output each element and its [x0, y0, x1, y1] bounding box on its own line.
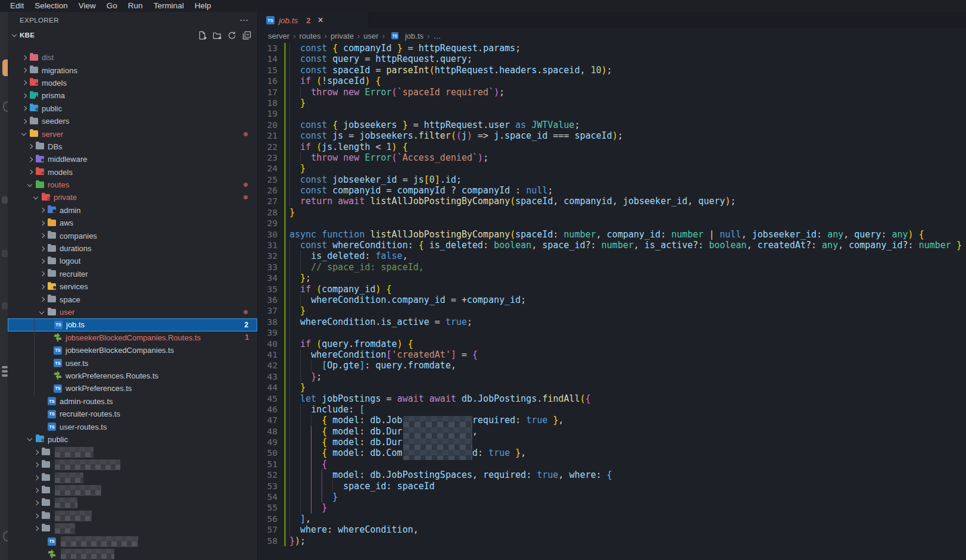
tree-item-redacted[interactable]: [8, 509, 257, 522]
project-section-header[interactable]: KBE: [8, 29, 257, 42]
chevron-right-icon[interactable]: [21, 80, 27, 86]
menu-help[interactable]: Help: [189, 0, 217, 12]
chevron-right-icon[interactable]: [33, 500, 39, 506]
breadcrumb-symbol-ellipsis[interactable]: …: [433, 32, 441, 40]
tree-item-redacted[interactable]: [8, 471, 257, 484]
code-line-55[interactable]: 55 }: [258, 502, 966, 513]
code-line-14[interactable]: 14 const query = httpRequest.query;: [258, 54, 966, 64]
code-line-29[interactable]: 29: [258, 218, 966, 229]
tree-item-private[interactable]: ⊘private: [8, 191, 257, 204]
tree-item-admin-routes-ts[interactable]: TSadmin-routes.ts: [8, 395, 257, 408]
code-line-57[interactable]: 57 where: whereCondition,: [258, 524, 966, 535]
code-line-54[interactable]: 54 }: [258, 492, 966, 502]
menu-run[interactable]: Run: [123, 0, 148, 12]
chevron-right-icon[interactable]: [39, 284, 45, 290]
code-line-40[interactable]: 40 if (query.fromdate) {: [258, 339, 966, 349]
chevron-right-icon[interactable]: [39, 296, 45, 302]
tree-item-workpreferences-routes-ts[interactable]: workPreferences.Routes.ts: [8, 370, 257, 382]
code-line-50[interactable]: 50 { model: db.Com ed: true },: [258, 448, 966, 458]
chevron-right-icon[interactable]: [21, 118, 27, 124]
breadcrumb-item-server[interactable]: server: [268, 32, 289, 40]
chevron-right-icon[interactable]: [27, 157, 33, 162]
code-line-21[interactable]: 21 const js = jobseekers.filter((j) => j…: [258, 130, 966, 141]
code-line-49[interactable]: 49 { model: db.Dur: [258, 437, 966, 448]
chevron-down-icon[interactable]: [33, 195, 39, 201]
tree-item-logout[interactable]: logout: [8, 255, 257, 267]
breadcrumb-item-user[interactable]: user: [363, 32, 378, 40]
code-line-47[interactable]: 47 { model: db.Job required: true },: [258, 415, 966, 426]
tree-item-space[interactable]: space: [8, 293, 257, 305]
chevron-right-icon[interactable]: [21, 67, 27, 73]
code-line-37[interactable]: 37 }: [258, 305, 966, 316]
tree-item-services[interactable]: ✱services: [8, 280, 257, 293]
tree-item-user-ts[interactable]: TSuser.ts: [8, 356, 257, 369]
chevron-down-icon[interactable]: [27, 436, 33, 442]
menu-selection[interactable]: Selection: [29, 0, 73, 12]
code-line-42[interactable]: 42 [Op.gte]: query.fromdate,: [258, 360, 966, 371]
code-line-38[interactable]: 38 whereCondition.is_active = true;: [258, 317, 966, 327]
code-line-19[interactable]: 19: [258, 108, 966, 119]
code-line-26[interactable]: 26 const companyid = companyId ? company…: [258, 185, 966, 196]
chevron-right-icon[interactable]: [33, 475, 39, 481]
code-line-41[interactable]: 41 whereCondition['createdAt'] = {: [258, 349, 966, 360]
more-actions-icon[interactable]: ⋯: [239, 15, 249, 26]
tree-item-job-ts[interactable]: TSjob.ts2: [8, 318, 257, 331]
chevron-right-icon[interactable]: [39, 246, 45, 252]
chevron-right-icon[interactable]: [39, 207, 45, 213]
code-line-22[interactable]: 22 if (js.length < 1) {: [258, 142, 966, 152]
code-line-15[interactable]: 15 const spaceId = parseInt(httpRequest.…: [258, 65, 966, 76]
chevron-right-icon[interactable]: [21, 55, 27, 61]
code-line-30[interactable]: 30async function listAllJobPostingByComp…: [258, 229, 966, 240]
code-line-20[interactable]: 20 const { jobseekers } = httpRequest.us…: [258, 120, 966, 130]
chevron-right-icon[interactable]: [21, 93, 27, 99]
tree-item-recruiter[interactable]: recruiter: [8, 268, 257, 280]
tree-item-user[interactable]: user: [8, 306, 257, 318]
new-file-icon[interactable]: [198, 31, 207, 40]
tree-item-dist[interactable]: dist: [8, 51, 257, 64]
tree-item-jobseekerblockedcompanies-ts[interactable]: TSjobseekerBlockedCompanies.ts: [8, 344, 257, 356]
code-line-35[interactable]: 35 if (company_id) {: [258, 284, 966, 295]
chevron-right-icon[interactable]: [21, 105, 27, 111]
tree-item-jobseekerblockedcompanies-routes-ts[interactable]: jobseekerBlockedCompanies.Routes.ts1: [8, 331, 257, 344]
chevron-down-icon[interactable]: [27, 182, 33, 188]
code-line-48[interactable]: 48 { model: db.Dur ,: [258, 426, 966, 437]
breadcrumb-item-private[interactable]: private: [331, 32, 354, 40]
tree-item-public[interactable]: ⊕public: [8, 102, 257, 115]
tree-item-user-routes-ts[interactable]: TSuser-routes.ts: [8, 420, 257, 433]
tree-item-durations[interactable]: durations: [8, 242, 257, 255]
tree-item-routes[interactable]: routes: [8, 179, 257, 191]
code-line-24[interactable]: 24 }: [258, 163, 966, 174]
new-folder-icon[interactable]: [213, 31, 222, 40]
chevron-down-icon[interactable]: [21, 131, 27, 137]
chevron-right-icon[interactable]: [39, 233, 45, 239]
tree-item-redacted[interactable]: [8, 497, 257, 509]
tree-item-redacted[interactable]: [8, 548, 257, 560]
menu-terminal[interactable]: Terminal: [148, 0, 189, 12]
tree-item-dbs[interactable]: DBs: [8, 140, 257, 153]
code-line-52[interactable]: 52 model: db.JobPostingSpaces, required:…: [258, 470, 966, 480]
code-line-39[interactable]: 39: [258, 327, 966, 338]
code-line-13[interactable]: 13 const { companyId } = httpRequest.par…: [258, 43, 966, 54]
tab-job-ts[interactable]: TS job.ts 2 ×: [258, 12, 369, 29]
code-line-53[interactable]: 53 space_id: spaceId: [258, 481, 966, 492]
tree-item-companies[interactable]: companies: [8, 229, 257, 242]
code-line-46[interactable]: 46 include: [: [258, 404, 966, 415]
tree-item-migrations[interactable]: migrations: [8, 64, 257, 76]
tree-item-recruiter-routes-ts[interactable]: TSrecruiter-routes.ts: [8, 408, 257, 420]
chevron-right-icon[interactable]: [39, 220, 45, 226]
chevron-right-icon[interactable]: [27, 143, 33, 149]
menu-go[interactable]: Go: [101, 0, 123, 12]
tree-item-redacted[interactable]: [8, 446, 257, 458]
code-line-43[interactable]: 43 };: [258, 371, 966, 382]
code-line-31[interactable]: 31 const whereCondition: { is_deleted: b…: [258, 240, 966, 251]
tree-item-workpreferences-ts[interactable]: TSworkPreferences.ts: [8, 382, 257, 395]
tree-item-middleware[interactable]: ✱middleware: [8, 153, 257, 165]
menu-edit[interactable]: Edit: [5, 0, 29, 12]
tree-item-redacted[interactable]: [8, 522, 257, 534]
code-line-17[interactable]: 17 throw new Error(`spaceId required`);: [258, 87, 966, 98]
code-line-36[interactable]: 36 whereCondition.company_id = +company_…: [258, 295, 966, 305]
code-line-16[interactable]: 16 if (!spaceId) {: [258, 76, 966, 86]
chevron-right-icon[interactable]: [39, 271, 45, 277]
code-line-44[interactable]: 44 }: [258, 382, 966, 393]
code-line-28[interactable]: 28}: [258, 207, 966, 218]
